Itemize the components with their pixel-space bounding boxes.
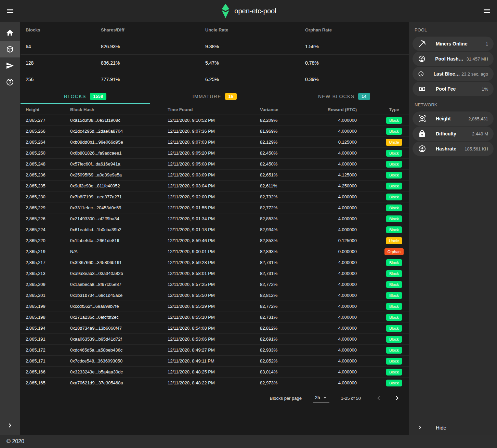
table-row: 2,865,172 0xdc465d5a...a58beb436c 12/11/… (21, 344, 409, 355)
table-row: 2,865,171 0x7cdce548...3636093050 12/11/… (21, 355, 409, 366)
type-badge: Block (386, 281, 402, 288)
cell-variance: 82,812% (260, 293, 325, 298)
cell-height: 2,865,166 (26, 369, 70, 374)
cash-icon (418, 85, 426, 93)
cell-reward: 4.000000 (325, 369, 357, 374)
tab-count-badge: 14 (358, 93, 370, 100)
cell-block-hash: 0x9df2e98e...811fc40052 (70, 183, 168, 188)
cell-time-found: 12/11/2020, 9:00:01 PM (168, 249, 260, 254)
stats-cell: 128 (26, 60, 101, 66)
table-row: 2,865,277 0xa15d3f38...0e31f1908c 12/11/… (21, 115, 409, 126)
blocks-tabs: BLOCKS 1558 IMMATURE 16 NEW BLOCKS 14 (21, 88, 409, 104)
stats-row: 256777.91%6.25%0.39% (21, 71, 409, 88)
type-badge: Block (386, 205, 402, 211)
cell-height: 2,865,165 (26, 380, 70, 385)
type-badge: Block (386, 314, 402, 321)
table-row: 2,865,266 0x2dc4295d...2dae0a8704 12/11/… (21, 126, 409, 136)
info-side-panel: POOL Miners Online 1 Pool Hashrate 31.45… (409, 22, 497, 435)
tab-new-blocks[interactable]: NEW BLOCKS 14 (279, 88, 409, 104)
cell-time-found: 12/11/2020, 8:48:22 PM (168, 380, 260, 385)
pool-section: Miners Online 1 Pool Hashrate 31.457 MH … (409, 37, 497, 96)
panel-item-label: Height (436, 116, 451, 121)
type-badge: Block (386, 270, 402, 277)
stats-header-cell: Shares/Diff (101, 27, 205, 32)
column-header: Variance (260, 107, 325, 112)
cell-variance: 82,611% (260, 183, 325, 188)
type-badge: Block (386, 161, 402, 168)
cell-block-hash: 0x1fabe54a...2661de81ff (70, 238, 168, 243)
type-badge: Block (386, 292, 402, 299)
panel-item-height: Height 2,865,431 (413, 111, 494, 126)
chevron-right-icon (393, 394, 401, 402)
cell-time-found: 12/11/2020, 9:10:52 PM (168, 118, 260, 123)
cell-block-hash: 0x25095f69...a0d39e9e5a (70, 172, 168, 177)
type-badge: Block (386, 358, 402, 365)
type-badge: Block (386, 226, 402, 233)
tab-count-badge: 16 (225, 93, 237, 100)
stats-cell: 64 (26, 44, 101, 49)
previous-page-button[interactable] (375, 394, 383, 402)
stats-header-cell: Blocks (26, 27, 101, 32)
type-badge: Block (386, 215, 402, 222)
cell-height: 2,865,230 (26, 194, 70, 199)
cell-time-found: 12/11/2020, 8:54:08 PM (168, 326, 260, 331)
tab-count-badge: 1558 (90, 93, 107, 100)
table-row: 2,865,194 0x18d734a9...13b6060f47 12/11/… (21, 322, 409, 333)
type-badge: Block (386, 117, 402, 124)
cell-height: 2,865,226 (26, 216, 70, 221)
panel-item-label: Difficulty (436, 131, 456, 136)
panel-item-value: 2,865,431 (467, 116, 488, 121)
cell-height: 2,865,199 (26, 304, 70, 309)
stats-header-cell: Uncle Rate (205, 27, 305, 32)
table-row: 2,865,229 0x3311efec...20453d0e59 12/11/… (21, 202, 409, 213)
cell-reward: 4.000000 (325, 271, 357, 276)
panel-item-value: 185.561 KH (463, 146, 488, 151)
nav-item-payments[interactable] (0, 57, 20, 74)
network-section-title: NETWORK (409, 97, 497, 111)
table-row: 2,865,235 0x9df2e98e...811fc40052 12/11/… (21, 180, 409, 191)
menu-icon[interactable] (4, 5, 16, 17)
nav-item-help[interactable] (0, 74, 20, 90)
stats-cell: 836.21% (101, 60, 205, 66)
cell-reward: 4.000000 (325, 337, 357, 342)
cell-block-hash: N/A (70, 249, 168, 254)
cell-variance: 83,014% (260, 369, 325, 374)
tab-blocks[interactable]: BLOCKS 1558 (21, 88, 150, 104)
expand-drawer-button[interactable] (0, 421, 20, 430)
cell-variance: 82,732% (260, 194, 325, 199)
cell-time-found: 12/11/2020, 8:59:46 PM (168, 238, 260, 243)
cell-time-found: 12/11/2020, 8:57:25 PM (168, 282, 260, 287)
pool-section-title: POOL (409, 22, 497, 36)
column-header: Type (357, 107, 409, 112)
next-page-button[interactable] (393, 394, 401, 402)
cell-block-hash: 0xb08dd0b1...99e066d95e (70, 140, 168, 145)
cell-block-hash: 0x21493300...af2ff9ba34 (70, 216, 168, 221)
rows-per-page-select[interactable]: 25 (313, 394, 329, 403)
panel-item-label: Pool Hashrate (435, 56, 465, 62)
cell-variance: 82,853% (260, 238, 325, 243)
network-section: Height 2,865,431 Difficulty 2.449 M Hash… (409, 111, 497, 156)
cell-variance: 82,973% (260, 380, 325, 385)
cell-height: 2,865,209 (26, 282, 70, 287)
cell-height: 2,865,229 (26, 205, 70, 210)
table-row: 2,865,248 0x57fec60f...da616e941a 12/11/… (21, 158, 409, 169)
nav-item-blocks[interactable] (0, 41, 20, 57)
tab-immature[interactable]: IMMATURE 16 (150, 88, 279, 104)
cell-reward: 4.000000 (325, 347, 357, 353)
type-badge: Block (386, 259, 402, 266)
cell-variance: 82,772% (260, 282, 325, 287)
cell-variance: 82,691% (260, 337, 325, 342)
cell-time-found: 12/11/2020, 8:55:29 PM (168, 304, 260, 309)
cell-variance: 82,129% (260, 140, 325, 145)
nav-item-home[interactable] (0, 25, 20, 41)
column-header: Time Found (168, 107, 260, 112)
tab-label: NEW BLOCKS (318, 94, 354, 99)
menu-right-icon[interactable] (481, 5, 493, 17)
stats-cell: 6.25% (205, 77, 305, 82)
cell-reward: 4.000000 (325, 216, 357, 221)
cell-time-found: 12/11/2020, 9:03:04 PM (168, 183, 260, 188)
stats-table-header: BlocksShares/DiffUncle RateOrphan Rate (21, 22, 409, 38)
table-row: 2,865,165 0xa70621d9...37e305468a 12/11/… (21, 377, 409, 388)
hide-panel-button[interactable]: Hide (409, 424, 497, 431)
pickaxe-icon (418, 40, 426, 48)
